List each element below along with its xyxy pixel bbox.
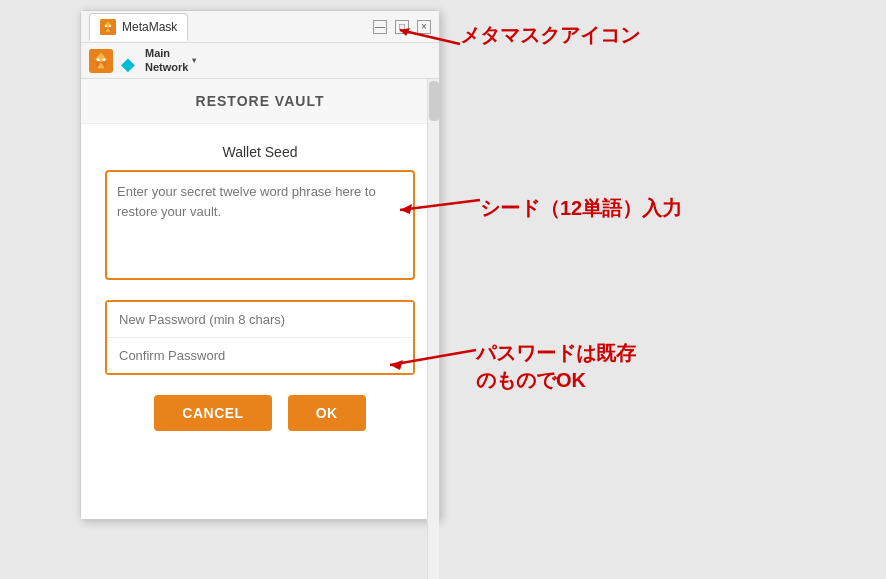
- tab-bar: MetaMask: [89, 13, 188, 41]
- password-section: [105, 300, 415, 375]
- cancel-button[interactable]: CANCEL: [154, 395, 271, 431]
- ok-button[interactable]: OK: [288, 395, 366, 431]
- wallet-seed-label: Wallet Seed: [105, 144, 415, 160]
- svg-point-5: [105, 25, 107, 27]
- browser-window: MetaMask — □ × ◆: [80, 10, 440, 520]
- annotation-metamask-icon: メタマスクアイコン: [460, 22, 640, 49]
- annotation-seed-input: シード（12単語）入力: [480, 195, 682, 222]
- button-row: CANCEL OK: [105, 395, 415, 431]
- network-selector[interactable]: Main Network ▾: [145, 47, 196, 73]
- browser-toolbar: ◆ Main Network ▾: [81, 43, 439, 79]
- scrollbar[interactable]: [427, 79, 439, 579]
- new-password-input[interactable]: [107, 302, 413, 338]
- title-bar: MetaMask — □ ×: [81, 11, 439, 43]
- page-wrapper: MetaMask — □ × ◆: [0, 0, 886, 579]
- popup-content: RESTORE VAULT Wallet Seed CANCEL OK: [81, 79, 439, 519]
- restore-vault-header: RESTORE VAULT: [81, 79, 439, 124]
- close-button[interactable]: ×: [417, 20, 431, 34]
- network-name: Main Network: [145, 47, 188, 73]
- form-section: Wallet Seed CANCEL OK: [81, 124, 439, 451]
- tab-label: MetaMask: [122, 20, 177, 34]
- metamask-tab-icon: [100, 19, 116, 35]
- minimize-button[interactable]: —: [373, 20, 387, 34]
- scrollbar-thumb: [429, 81, 439, 121]
- confirm-password-input[interactable]: [107, 338, 413, 373]
- svg-point-13: [103, 58, 106, 61]
- maximize-button[interactable]: □: [395, 20, 409, 34]
- svg-point-6: [109, 25, 111, 27]
- metamask-diamond-icon: ◆: [121, 53, 137, 69]
- seed-phrase-input[interactable]: [105, 170, 415, 280]
- active-tab[interactable]: MetaMask: [89, 13, 188, 41]
- window-controls: — □ ×: [373, 20, 431, 34]
- annotation-password: パスワードは既存のものでOK: [476, 340, 636, 394]
- svg-point-12: [97, 58, 100, 61]
- metamask-fox-logo: [89, 49, 113, 73]
- network-chevron-icon: ▾: [192, 56, 196, 65]
